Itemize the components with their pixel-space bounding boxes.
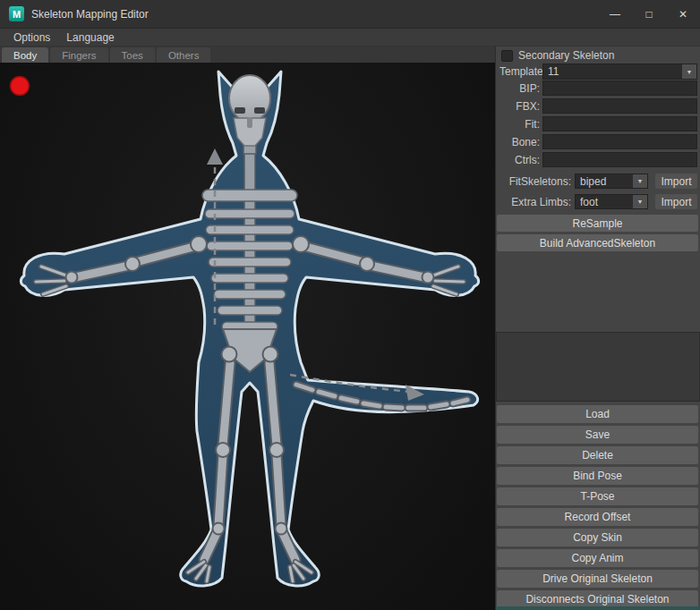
extra-limbs-import-button[interactable]: Import — [655, 194, 697, 209]
fitskeletons-value: biped — [580, 175, 606, 188]
fit-input[interactable] — [542, 116, 697, 131]
chevron-down-icon[interactable]: ▼ — [682, 64, 696, 79]
titlebar: M Skeleton Mapping Editor — □ ✕ — [0, 0, 700, 29]
fitskeletons-label: FitSkeletons: — [496, 175, 575, 188]
character-viewport[interactable] — [0, 63, 495, 610]
tab-bar: Body Fingers Toes Others — [0, 47, 495, 63]
bip-label: BIP: — [496, 82, 542, 95]
template-value: 11 — [548, 65, 559, 78]
main-area: Body Fingers Toes Others — [0, 47, 700, 610]
copy-anim-button[interactable]: Copy Anim — [497, 549, 698, 567]
tab-others[interactable]: Others — [157, 47, 211, 63]
fitskeletons-row: FitSkeletons: biped ▼ Import — [496, 174, 697, 189]
fit-label: Fit: — [496, 118, 542, 131]
disconnects-original-skeleton-button[interactable]: Disconnects Original Skeleton — [497, 590, 698, 608]
extra-limbs-dropdown[interactable]: foot ▼ — [575, 194, 648, 209]
viewport-canvas — [0, 63, 495, 610]
ctrls-input[interactable] — [542, 152, 697, 167]
bone-label: Bone: — [496, 136, 542, 148]
chevron-down-icon[interactable]: ▼ — [633, 195, 647, 208]
skeleton-bones — [36, 75, 467, 581]
menu-options[interactable]: Options — [5, 30, 58, 46]
close-button[interactable]: ✕ — [666, 0, 700, 28]
extra-limbs-row: Extra Limbs: foot ▼ Import — [496, 194, 697, 209]
ctrls-label: Ctrls: — [496, 154, 542, 166]
extra-limbs-label: Extra Limbs: — [496, 196, 575, 208]
bip-input[interactable] — [542, 80, 697, 96]
minimize-button[interactable]: — — [598, 0, 632, 28]
maya-logo-icon: M — [9, 6, 24, 21]
secondary-skeleton-checkbox[interactable] — [501, 50, 513, 62]
drive-original-skeleton-button[interactable]: Drive Original Skeleton — [497, 570, 698, 588]
bind-pose-button[interactable]: Bind Pose — [497, 467, 698, 485]
maximize-button[interactable]: □ — [632, 0, 666, 28]
ctrls-row: Ctrls: — [496, 152, 697, 167]
extra-limbs-value: foot — [580, 196, 598, 208]
record-indicator[interactable] — [11, 77, 30, 96]
secondary-skeleton-label: Secondary Skeleton — [518, 49, 614, 62]
chevron-down-icon[interactable]: ▼ — [633, 174, 647, 188]
fbx-label: FBX: — [496, 100, 542, 113]
fit-row: Fit: — [496, 116, 697, 131]
template-label: Template — [499, 65, 542, 78]
resample-button[interactable]: ReSample — [497, 215, 698, 232]
secondary-skeleton-row: Secondary Skeleton — [501, 49, 614, 62]
save-button[interactable]: Save — [497, 426, 698, 444]
menubar: Options Language — [0, 29, 700, 47]
chest-bone — [202, 190, 297, 201]
t-pose-button[interactable]: T-Pose — [497, 487, 698, 505]
fitskeletons-dropdown[interactable]: biped ▼ — [575, 174, 648, 189]
window-controls: — □ ✕ — [598, 0, 700, 28]
bone-row: Bone: — [496, 134, 697, 149]
menu-language[interactable]: Language — [58, 30, 122, 46]
bip-row: BIP: — [496, 80, 697, 96]
tab-toes[interactable]: Toes — [110, 47, 155, 63]
tab-body[interactable]: Body — [2, 47, 48, 63]
right-panel: Secondary Skeleton Template 11 ▼ BIP: FB… — [495, 47, 700, 610]
delete-button[interactable]: Delete — [497, 446, 698, 464]
template-row: Template 11 ▼ — [499, 64, 697, 80]
window-title: Skeleton Mapping Editor — [31, 8, 149, 21]
skull-eye-left — [235, 107, 245, 114]
skeleton-mapping-editor-window: M Skeleton Mapping Editor — □ ✕ Options … — [0, 0, 700, 610]
record-offset-button[interactable]: Record Offset — [497, 508, 698, 526]
fitskeletons-import-button[interactable]: Import — [655, 174, 697, 189]
copy-skin-button[interactable]: Copy Skin — [497, 529, 698, 546]
tab-fingers[interactable]: Fingers — [50, 47, 107, 63]
build-advancedskeleton-button[interactable]: Build AdvancedSkeleton — [497, 234, 698, 251]
fbx-row: FBX: — [496, 98, 697, 114]
left-column: Body Fingers Toes Others — [0, 47, 495, 610]
skull-eye-right — [254, 107, 265, 114]
mapping-list-box[interactable] — [496, 332, 700, 402]
template-dropdown[interactable]: 11 ▼ — [542, 64, 697, 80]
fbx-input[interactable] — [542, 98, 697, 114]
skull-nose — [247, 117, 252, 128]
panel-footer-accent-bar — [496, 606, 700, 610]
bone-input[interactable] — [542, 134, 697, 149]
load-button[interactable]: Load — [497, 405, 698, 423]
